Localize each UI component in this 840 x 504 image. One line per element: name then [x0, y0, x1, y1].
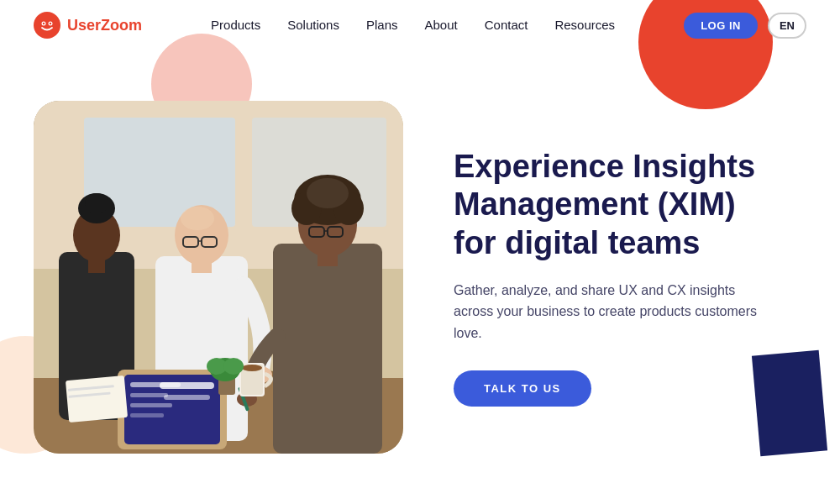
main-content: Experience Insights Management (XIM) for…	[0, 50, 840, 504]
nav-solutions[interactable]: Solutions	[287, 18, 339, 32]
logo-icon	[34, 12, 60, 39]
svg-point-14	[85, 193, 108, 213]
hero-title: Experience Insights Management (XIM) for…	[454, 148, 773, 263]
navbar: UserZoom Products Solutions Plans About …	[0, 0, 840, 50]
svg-rect-15	[88, 256, 105, 273]
nav-resources[interactable]: Resources	[554, 18, 615, 32]
cta-button[interactable]: TALK TO US	[454, 370, 591, 407]
svg-point-29	[307, 178, 349, 208]
svg-rect-51	[66, 375, 128, 423]
hero-subtitle: Gather, analyze, and share UX and CX ins…	[454, 280, 773, 344]
svg-point-3	[43, 23, 45, 24]
nav-products[interactable]: Products	[211, 18, 260, 32]
svg-rect-40	[130, 403, 172, 407]
hero-text-section: Experience Insights Management (XIM) for…	[454, 148, 773, 407]
language-button[interactable]: EN	[768, 13, 806, 39]
svg-point-50	[223, 358, 244, 375]
login-button[interactable]: LOG IN	[684, 13, 758, 39]
svg-point-18	[181, 207, 214, 230]
nav-about[interactable]: About	[425, 18, 458, 32]
hero-image-container	[34, 101, 403, 454]
nav-contact[interactable]: Contact	[485, 18, 528, 32]
svg-rect-39	[130, 393, 168, 397]
brand-name: UserZoom	[67, 17, 142, 34]
svg-point-46	[242, 365, 262, 371]
svg-rect-33	[318, 254, 338, 266]
nav-menu: Products Solutions Plans About Contact R…	[211, 18, 615, 33]
svg-point-4	[50, 23, 51, 24]
svg-rect-41	[130, 413, 164, 417]
nav-plans[interactable]: Plans	[366, 18, 398, 32]
hero-illustration	[34, 101, 403, 454]
nav-actions: LOG IN EN	[684, 13, 806, 39]
svg-rect-19	[192, 260, 212, 273]
brand-logo[interactable]: UserZoom	[34, 12, 142, 39]
hero-image	[34, 101, 403, 454]
svg-rect-24	[273, 244, 382, 454]
svg-rect-42	[160, 382, 214, 389]
svg-rect-43	[164, 395, 210, 400]
svg-point-0	[34, 12, 60, 39]
